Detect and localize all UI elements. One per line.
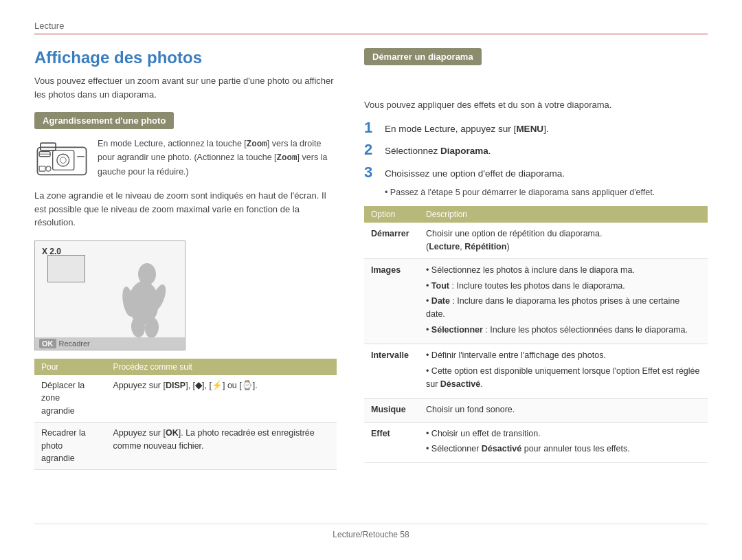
left-table-col2: Procédez comme suit	[106, 359, 337, 375]
zoom-label: Zoom	[247, 139, 267, 149]
opt-effet-desc: Choisir un effet de transition. Sélectio…	[419, 422, 708, 463]
opt-demarrer: Démarrer	[364, 223, 419, 259]
step-1-num: 1	[364, 120, 379, 136]
camera-desc: En mode Lecture, actionnez la touche [Zo…	[98, 137, 337, 179]
breadcrumb: Lecture	[34, 21, 64, 31]
right-table-col1: Option	[364, 206, 419, 223]
step-2-text: Sélectionnez Diaporama.	[385, 142, 491, 158]
zoom-image-inner: X 2.0	[35, 241, 185, 350]
zoom-label2: Zoom	[277, 153, 297, 163]
left-table-row1-proc: Appuyez sur [DISP], [◆], [⚡] ou [⌚].	[106, 375, 337, 423]
footer-text: Lecture/Retouche 58	[333, 530, 409, 539]
silhouette-icon	[116, 262, 171, 337]
opt-intervalle-desc: Définir l'intervalle entre l'affichage d…	[419, 344, 708, 399]
left-table-col1: Pour	[34, 359, 106, 375]
zone-text: La zone agrandie et le niveau de zoom so…	[34, 189, 337, 229]
right-table: Option Description Démarrer Choisir une …	[364, 206, 708, 464]
step-1-text: En mode Lecture, appuyez sur [MENU].	[385, 120, 549, 136]
left-table-row2-pour: Recadrer la photoagrandie	[34, 422, 106, 469]
svg-point-8	[46, 166, 51, 171]
zoom-rect	[47, 255, 85, 282]
breadcrumb-bar: Lecture	[34, 21, 708, 34]
opt-musique-desc: Choisir un fond sonore.	[419, 399, 708, 422]
page-title: Affichage des photos	[34, 48, 337, 67]
step-3-num: 3	[364, 164, 379, 181]
left-table-row2-proc: Appuyez sur [OK]. La photo recadrée est …	[106, 422, 337, 469]
table-row: Déplacer la zoneagrandie Appuyez sur [DI…	[34, 375, 337, 423]
zoom-image-box: X 2.0	[34, 240, 186, 350]
svg-rect-2	[53, 150, 74, 170]
svg-point-4	[60, 157, 66, 164]
right-intro: Vous pouvez appliquer des effets et du s…	[364, 100, 708, 110]
svg-rect-7	[39, 166, 45, 171]
table-row: Musique Choisir un fond sonore.	[364, 399, 708, 422]
opt-images-desc: Sélectionnez les photos à inclure dans l…	[419, 259, 708, 344]
table-row: Intervalle Définir l'intervalle entre l'…	[364, 344, 708, 399]
table-row: Images Sélectionnez les photos à inclure…	[364, 259, 708, 344]
step-3: 3 Choisissez une option d'effet de diapo…	[364, 164, 708, 181]
page: Lecture Affichage des photos Vous pouvez…	[0, 0, 742, 560]
camera-icon-box	[34, 137, 89, 181]
left-table: Pour Procédez comme suit Déplacer la zon…	[34, 359, 337, 471]
recadrer-label: Recadrer	[59, 339, 90, 348]
ok-button-label: OK	[39, 339, 56, 348]
content-area: Affichage des photos Vous pouvez effectu…	[34, 48, 708, 513]
opt-musique: Musique	[364, 399, 419, 422]
step-2: 2 Sélectionnez Diaporama.	[364, 142, 708, 158]
table-row: Recadrer la photoagrandie Appuyez sur [O…	[34, 422, 337, 469]
left-section-header: Agrandissement d'une photo	[34, 112, 174, 129]
right-column: Démarrer un diaporama Vous pouvez appliq…	[364, 48, 708, 513]
camera-area: En mode Lecture, actionnez la touche [Zo…	[34, 137, 337, 181]
step-1: 1 En mode Lecture, appuyez sur [MENU].	[364, 120, 708, 136]
left-table-row1-pour: Déplacer la zoneagrandie	[34, 375, 106, 423]
footer: Lecture/Retouche 58	[34, 524, 708, 539]
camera-icon	[34, 137, 89, 179]
table-row: Effet Choisir un effet de transition. Sé…	[364, 422, 708, 463]
left-column: Affichage des photos Vous pouvez effectu…	[34, 48, 337, 513]
intro-text: Vous pouvez effectuer un zoom avant sur …	[34, 74, 337, 101]
svg-point-3	[57, 154, 69, 166]
right-table-col2: Description	[419, 206, 708, 223]
step3-bullet: Passez à l'étape 5 pour démarrer le diap…	[385, 186, 708, 199]
opt-demarrer-desc: Choisir une option de répétition du diap…	[419, 223, 708, 259]
step-3-text: Choisissez une option d'effet de diapora…	[385, 164, 565, 181]
opt-effet: Effet	[364, 422, 419, 463]
opt-intervalle: Intervalle	[364, 344, 419, 399]
step-2-num: 2	[364, 142, 379, 158]
ok-bar: OK Recadrer	[35, 337, 185, 350]
right-section-header: Démarrer un diaporama	[364, 48, 482, 65]
opt-images: Images	[364, 259, 419, 344]
table-row: Démarrer Choisir une option de répétitio…	[364, 223, 708, 259]
